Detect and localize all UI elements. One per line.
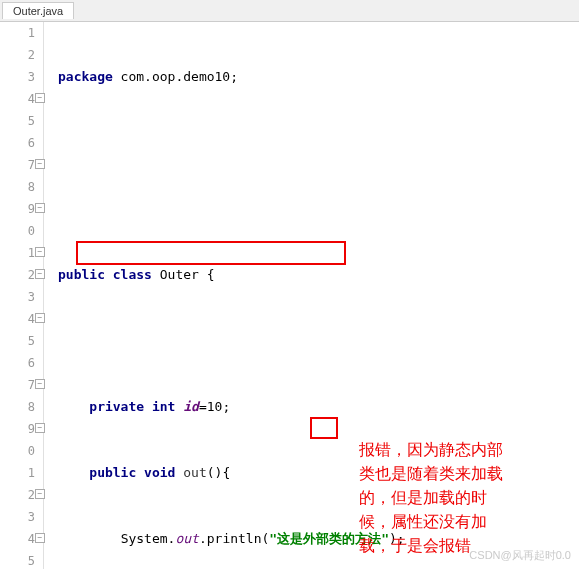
gutter-line: 5 (0, 550, 35, 569)
gutter-line: 8 (0, 396, 35, 418)
gutter-line: 4− (0, 308, 35, 330)
gutter-line: 3 (0, 286, 35, 308)
code-line[interactable] (58, 132, 579, 154)
package-name: com.oop.demo10; (113, 69, 238, 84)
code-line[interactable]: public class Outer { (58, 264, 579, 286)
gutter-line: 7− (0, 154, 35, 176)
gutter-line: 2 (0, 44, 35, 66)
watermark: CSDN@风再起时0.0 (469, 548, 571, 563)
keyword-public: public (58, 267, 105, 282)
class-name: Outer (152, 267, 207, 282)
gutter-line: 2− (0, 484, 35, 506)
field-id: id (183, 399, 199, 414)
code-line[interactable] (58, 198, 579, 220)
code-line[interactable]: package com.oop.demo10; (58, 66, 579, 88)
code-line[interactable] (58, 330, 579, 352)
keyword-int: int (152, 399, 175, 414)
gutter-line: 1− (0, 242, 35, 264)
gutter-line: 5 (0, 330, 35, 352)
gutter-line: 6 (0, 352, 35, 374)
gutter-line: 5 (0, 110, 35, 132)
keyword-private: private (89, 399, 144, 414)
annotation-line: 候，属性还没有加 (359, 510, 559, 534)
gutter-line: 3 (0, 66, 35, 88)
gutter-line: 0 (0, 440, 35, 462)
gutter-line: 1 (0, 22, 35, 44)
annotation-line: 报错，因为静态内部 (359, 438, 559, 462)
gutter-line: 0 (0, 220, 35, 242)
highlight-box-id-error (310, 417, 338, 439)
assign: =10; (199, 399, 230, 414)
gutter-line: 9− (0, 198, 35, 220)
gutter-line: 7− (0, 374, 35, 396)
gutter-line: 2− (0, 264, 35, 286)
gutter-line: 8 (0, 176, 35, 198)
line-gutter: 1 2 3 4− 5 6 7− 8 9− 0 1− 2− 3 4− 5 6 7−… (0, 22, 44, 569)
keyword-public: public (89, 465, 136, 480)
keyword-class: class (113, 267, 152, 282)
parens: (){ (207, 465, 230, 480)
annotation-text: 报错，因为静态内部 类也是随着类来加载 的，但是加载的时 候，属性还没有加 载，… (359, 438, 559, 558)
gutter-line: 3 (0, 506, 35, 528)
method-out: out (175, 465, 206, 480)
code-line[interactable]: private int id=10; (58, 396, 579, 418)
file-tab[interactable]: Outer.java (2, 2, 74, 19)
keyword-void: void (144, 465, 175, 480)
highlight-box-static-class (76, 241, 346, 265)
gutter-line: 4− (0, 528, 35, 550)
annotation-line: 的，但是加载的时 (359, 486, 559, 510)
annotation-line: 类也是随着类来加载 (359, 462, 559, 486)
gutter-line: 6 (0, 132, 35, 154)
gutter-line: 4− (0, 88, 35, 110)
keyword-package: package (58, 69, 113, 84)
brace: { (207, 267, 215, 282)
tab-bar: Outer.java (0, 0, 579, 22)
gutter-line: 1 (0, 462, 35, 484)
gutter-line: 9− (0, 418, 35, 440)
field-out: out (175, 531, 198, 546)
